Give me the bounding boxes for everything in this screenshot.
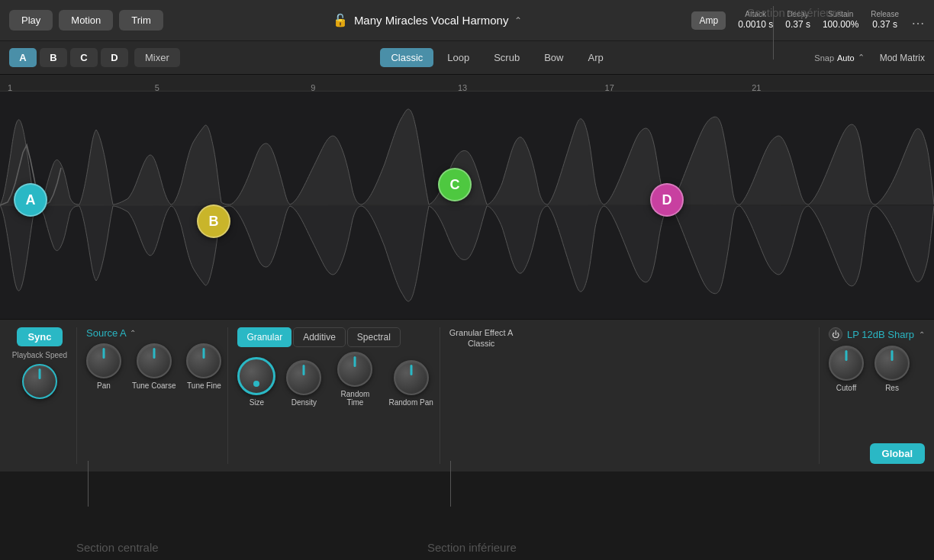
spectral-tab[interactable]: Spectral bbox=[347, 327, 401, 347]
playback-speed-label: Playback Speed bbox=[12, 351, 67, 359]
marker-c[interactable]: C bbox=[438, 168, 472, 201]
filter-header: ⏻ LP 12dB Sharp ⌃ bbox=[829, 327, 925, 341]
waveform-ruler: 1 5 9 13 17 21 bbox=[0, 75, 934, 92]
cutoff-knob[interactable] bbox=[829, 346, 864, 381]
toolbar-center: 🔓 Many Miracles Vocal Harmony ⌃ bbox=[169, 13, 686, 27]
random-time-knob[interactable] bbox=[337, 352, 372, 387]
tune-fine-label: Tune Fine bbox=[187, 381, 221, 390]
random-pan-knob-container: Random Pan bbox=[388, 360, 433, 407]
sync-button[interactable]: Sync bbox=[17, 327, 62, 346]
additive-tab[interactable]: Additive bbox=[293, 327, 346, 347]
random-pan-knob[interactable] bbox=[394, 360, 429, 395]
cutoff-label: Cutoff bbox=[836, 384, 857, 392]
filter-name: LP 12dB Sharp bbox=[847, 329, 914, 340]
snap-label: Snap bbox=[814, 53, 834, 63]
zone-b-button[interactable]: B bbox=[40, 48, 67, 67]
random-time-label: Random Time bbox=[332, 390, 378, 407]
res-knob[interactable] bbox=[874, 346, 910, 381]
zone-c-button[interactable]: C bbox=[70, 48, 98, 67]
ruler-mark-21: 21 bbox=[752, 83, 761, 92]
snap-chevron-icon: ⌃ bbox=[858, 53, 865, 63]
filter-chevron-icon[interactable]: ⌃ bbox=[919, 330, 925, 339]
attack-value[interactable]: 0.0010 s bbox=[738, 19, 773, 31]
density-knob[interactable] bbox=[286, 360, 321, 395]
mod-matrix-button[interactable]: Mod Matrix bbox=[880, 53, 925, 63]
marker-d[interactable]: D bbox=[650, 183, 684, 217]
granular-effect-section: Granular Effect A Classic bbox=[440, 327, 514, 464]
size-knob-container: Size bbox=[237, 357, 275, 407]
release-param: Release 0.37 s bbox=[871, 9, 899, 31]
ruler-mark-5: 5 bbox=[155, 83, 159, 92]
sub-toolbar: A B C D Mixer Classic Loop Scrub Bow Arp… bbox=[0, 41, 934, 75]
zone-d-button[interactable]: D bbox=[101, 48, 128, 67]
source-section: Source A ⌃ Pan Tune Coarse Tune Fine bbox=[76, 327, 221, 464]
preset-name: Many Miracles Vocal Harmony bbox=[354, 14, 509, 27]
size-knob[interactable] bbox=[237, 357, 275, 395]
res-knob-container: Res bbox=[874, 346, 910, 392]
mode-classic-button[interactable]: Classic bbox=[380, 48, 433, 67]
sustain-value[interactable]: 100.00% bbox=[823, 19, 858, 31]
tune-fine-knob[interactable] bbox=[186, 343, 221, 378]
annotation-line-bottom-left bbox=[88, 461, 89, 507]
effect-knobs: Size Density Random Time Random Pan bbox=[237, 352, 433, 407]
bottom-section: Sync Playback Speed Source A ⌃ Pan Tune … bbox=[0, 319, 934, 471]
amp-button[interactable]: Amp bbox=[691, 11, 726, 30]
section-centrale-annotation: Section centrale bbox=[76, 541, 159, 554]
playback-speed-knob-container bbox=[22, 364, 57, 399]
section-inferieure-annotation: Section inférieure bbox=[427, 541, 517, 554]
play-button[interactable]: Play bbox=[9, 10, 53, 31]
pan-knob[interactable] bbox=[86, 343, 121, 378]
motion-button[interactable]: Motion bbox=[59, 10, 113, 31]
effect-tabs: Granular Additive Spectral bbox=[237, 327, 433, 347]
playback-speed-knob[interactable] bbox=[22, 364, 57, 399]
lock-icon: 🔓 bbox=[333, 13, 348, 27]
mode-buttons: Classic Loop Scrub Bow Arp bbox=[183, 48, 812, 67]
annotation-line-bottom-center bbox=[450, 461, 451, 507]
waveform-area: 1 5 9 13 17 21 bbox=[0, 75, 934, 319]
random-pan-label: Random Pan bbox=[388, 398, 433, 407]
tune-coarse-knob[interactable] bbox=[137, 343, 172, 378]
trim-button[interactable]: Trim bbox=[119, 10, 163, 31]
source-chevron-icon[interactable]: ⌃ bbox=[130, 329, 136, 337]
mode-scrub-button[interactable]: Scrub bbox=[483, 48, 530, 67]
ruler-mark-1: 1 bbox=[8, 83, 12, 92]
ruler-mark-9: 9 bbox=[311, 83, 315, 92]
playback-area: Sync Playback Speed bbox=[9, 327, 70, 464]
mode-arp-button[interactable]: Arp bbox=[577, 48, 614, 67]
global-button[interactable]: Global bbox=[870, 443, 925, 464]
granular-effect-title: Granular Effect A Classic bbox=[449, 327, 514, 349]
density-label: Density bbox=[291, 398, 317, 407]
waveform-svg bbox=[0, 92, 934, 319]
tune-coarse-label: Tune Coarse bbox=[132, 381, 176, 390]
marker-a[interactable]: A bbox=[14, 183, 47, 217]
res-label: Res bbox=[885, 384, 899, 392]
preset-chevron-icon[interactable]: ⌃ bbox=[514, 15, 522, 26]
granular-tab[interactable]: Granular bbox=[237, 327, 291, 347]
size-label: Size bbox=[250, 398, 264, 407]
effect-section: Granular Additive Spectral Size Density … bbox=[227, 327, 433, 464]
tune-coarse-knob-container: Tune Coarse bbox=[132, 343, 176, 390]
release-value[interactable]: 0.37 s bbox=[872, 19, 897, 31]
tune-fine-knob-container: Tune Fine bbox=[186, 343, 221, 390]
mode-loop-button[interactable]: Loop bbox=[436, 48, 480, 67]
random-time-knob-container: Random Time bbox=[332, 352, 378, 407]
filter-section: ⏻ LP 12dB Sharp ⌃ Cutoff Res Global bbox=[819, 327, 925, 464]
pan-label: Pan bbox=[97, 381, 111, 390]
granular-effect-label: Granular Effect A bbox=[449, 328, 514, 337]
source-label: Source A bbox=[86, 327, 127, 339]
source-header: Source A ⌃ bbox=[86, 327, 221, 339]
mode-bow-button[interactable]: Bow bbox=[533, 48, 574, 67]
release-label: Release bbox=[871, 9, 899, 19]
more-button[interactable]: … bbox=[911, 12, 925, 28]
filter-power-button[interactable]: ⏻ bbox=[829, 327, 842, 341]
zone-a-button[interactable]: A bbox=[9, 48, 37, 67]
mixer-button[interactable]: Mixer bbox=[134, 48, 180, 67]
section-superieure-annotation: Section supérieure bbox=[747, 6, 842, 19]
waveform-canvas[interactable]: A B C D bbox=[0, 92, 934, 319]
ruler-mark-17: 17 bbox=[605, 83, 614, 92]
decay-value[interactable]: 0.37 s bbox=[785, 19, 810, 31]
snap-value[interactable]: Auto bbox=[837, 53, 855, 63]
snap-group: Snap Auto ⌃ bbox=[814, 53, 864, 63]
marker-b[interactable]: B bbox=[197, 204, 230, 238]
cutoff-knob-container: Cutoff bbox=[829, 346, 864, 392]
